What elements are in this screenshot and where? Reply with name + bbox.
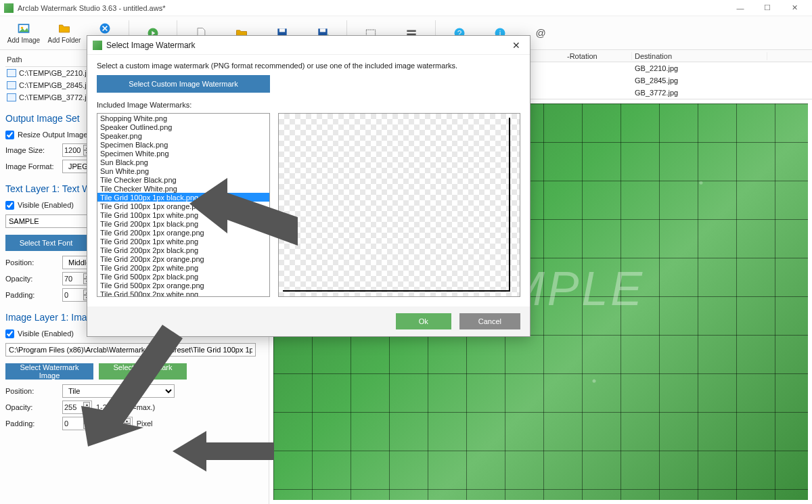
select-watermark-image-button[interactable]: Select Watermark Image bbox=[5, 363, 93, 380]
list-item[interactable]: Tile Grid 500px 2px orange.png bbox=[97, 281, 269, 290]
title-bar: Arclab Watermark Studio 3.63 - untitled.… bbox=[0, 0, 812, 16]
list-item[interactable]: Specimen White.png bbox=[97, 149, 269, 158]
list-item[interactable]: Tile Grid 200px 2px white.png bbox=[97, 263, 269, 272]
list-item[interactable]: Tile Grid 500px 2px white.png bbox=[97, 290, 269, 297]
image-file-icon bbox=[7, 69, 16, 77]
cancel-button[interactable]: Cancel bbox=[459, 313, 520, 329]
close-button[interactable]: ✕ bbox=[781, 1, 808, 16]
add-folder-button[interactable]: Add Folder bbox=[45, 18, 84, 49]
list-item[interactable]: Tile Grid 500px 2px black.png bbox=[97, 272, 269, 281]
included-label: Included Image Watermarks: bbox=[97, 101, 520, 109]
add-image-button[interactable]: Add Image bbox=[4, 18, 43, 49]
image-file-icon bbox=[7, 81, 16, 89]
minimize-button[interactable]: — bbox=[727, 1, 754, 16]
svg-marker-15 bbox=[189, 178, 298, 246]
app-icon bbox=[4, 3, 14, 13]
select-font-button[interactable]: Select Text Font bbox=[5, 235, 87, 251]
svg-point-1 bbox=[21, 27, 23, 29]
dialog-description: Select a custom image watermark (PNG for… bbox=[97, 62, 520, 70]
svg-marker-16 bbox=[81, 325, 183, 446]
image-file-icon bbox=[7, 93, 16, 101]
ok-button[interactable]: Ok bbox=[396, 313, 451, 329]
dialog-title: Select Image Watermark bbox=[106, 41, 196, 50]
dialog-icon bbox=[93, 41, 102, 50]
watermark-preview bbox=[278, 113, 520, 297]
list-item[interactable]: Shopping White.png bbox=[97, 114, 269, 122]
list-item[interactable]: Speaker Outlined.png bbox=[97, 122, 269, 131]
window-title: Arclab Watermark Studio 3.63 - untitled.… bbox=[18, 4, 727, 12]
svg-rect-5 bbox=[279, 28, 285, 32]
select-watermark-dialog: Select Image Watermark ✕ Select a custom… bbox=[87, 35, 531, 337]
maximize-button[interactable]: ☐ bbox=[754, 1, 781, 16]
list-item[interactable]: Sun Black.png bbox=[97, 158, 269, 166]
list-item[interactable]: Sun White.png bbox=[97, 166, 269, 175]
svg-text:@: @ bbox=[535, 27, 545, 39]
svg-rect-7 bbox=[320, 28, 325, 32]
resize-checkbox[interactable] bbox=[5, 131, 14, 139]
select-custom-watermark-button[interactable]: Select Custom Image Watermark bbox=[97, 75, 270, 93]
text-visible-checkbox[interactable] bbox=[5, 201, 14, 210]
image-visible-checkbox[interactable] bbox=[5, 329, 14, 338]
list-item[interactable]: Specimen Black.png bbox=[97, 140, 269, 149]
list-item[interactable]: Speaker.png bbox=[97, 131, 269, 140]
dialog-close-button[interactable]: ✕ bbox=[508, 40, 524, 51]
svg-marker-17 bbox=[173, 431, 274, 472]
